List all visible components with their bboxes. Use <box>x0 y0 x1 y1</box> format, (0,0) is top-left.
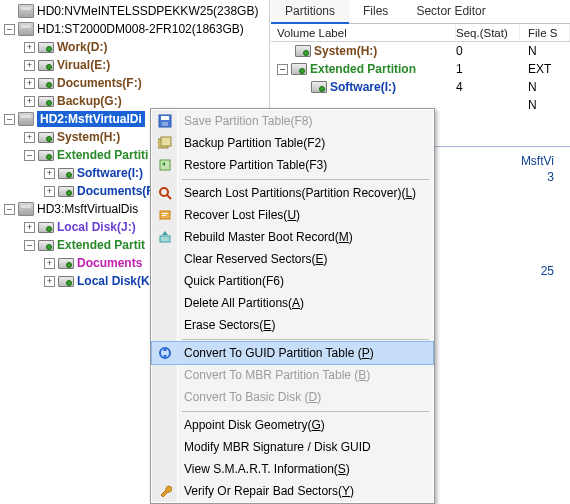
menu-label: Appoint Disk Geometry(G) <box>178 418 325 432</box>
menu-label: Convert To MBR Partition Table (B) <box>178 368 370 382</box>
disk-icon <box>18 202 34 216</box>
partition-label: Software(I:) <box>77 165 143 181</box>
menu-label: Save Partition Table(F8) <box>178 114 313 128</box>
grid-seq: 4 <box>456 80 520 94</box>
menu-recover-lost-files[interactable]: Recover Lost Files(U) <box>152 204 433 226</box>
svg-rect-4 <box>161 137 171 146</box>
partition-label: Extended Partit <box>57 237 145 253</box>
expand-toggle[interactable]: + <box>24 60 35 71</box>
collapse-toggle[interactable]: – <box>24 150 35 161</box>
collapse-toggle[interactable]: – <box>24 240 35 251</box>
grid-volume-label: System(H:) <box>314 44 377 58</box>
partition-icon <box>311 81 327 93</box>
tree-part-docs-f[interactable]: + Documents(F:) <box>2 74 269 92</box>
menu-label: Erase Sectors(E) <box>178 318 275 332</box>
col-volume-label[interactable]: Volume Label <box>271 24 456 41</box>
blank-icon <box>152 292 178 314</box>
menu-label: Recover Lost Files(U) <box>178 208 300 222</box>
menu-restore-partition-table[interactable]: Restore Partition Table(F3) <box>152 154 433 176</box>
partition-label: Documents <box>77 255 142 271</box>
menu-label: Modify MBR Signature / Disk GUID <box>178 440 371 454</box>
blank-icon <box>152 248 178 270</box>
grid-seq: 1 <box>456 62 520 76</box>
disk-label: HD3:MsftVirtualDis <box>37 201 138 217</box>
collapse-toggle[interactable]: – <box>4 114 15 125</box>
menu-verify-bad-sectors[interactable]: Verify Or Repair Bad Sectors(Y) <box>152 480 433 502</box>
tree-disk-hd1[interactable]: – HD1:ST2000DM008-2FR102(1863GB) <box>2 20 269 38</box>
expand-toggle[interactable]: + <box>24 78 35 89</box>
menu-label: Quick Partition(F6) <box>178 274 284 288</box>
menu-label: Convert To GUID Partition Table (P) <box>178 346 374 360</box>
partition-label: System(H:) <box>57 129 120 145</box>
search-icon <box>152 182 178 204</box>
disk-icon <box>18 112 34 126</box>
disk-label: HD0:NVMeINTELSSDPEKKW25(238GB) <box>37 3 258 19</box>
menu-convert-to-basic[interactable]: Convert To Basic Disk (D) <box>152 386 433 408</box>
expand-toggle[interactable]: + <box>44 258 55 269</box>
expand-toggle[interactable]: + <box>44 168 55 179</box>
menu-search-lost-partitions[interactable]: Search Lost Partitions(Partition Recover… <box>152 182 433 204</box>
grid-row-system-h[interactable]: System(H:) 0 N <box>271 42 570 60</box>
menu-view-smart[interactable]: View S.M.A.R.T. Information(S) <box>152 458 433 480</box>
collapse-toggle[interactable]: – <box>4 204 15 215</box>
menu-erase-sectors[interactable]: Erase Sectors(E) <box>152 314 433 336</box>
menu-rebuild-mbr[interactable]: Rebuild Master Boot Record(M) <box>152 226 433 248</box>
expand-toggle[interactable]: + <box>24 222 35 233</box>
menu-modify-mbr-signature[interactable]: Modify MBR Signature / Disk GUID <box>152 436 433 458</box>
blank-icon <box>152 314 178 336</box>
partition-icon <box>38 240 54 251</box>
svg-rect-1 <box>161 116 169 120</box>
col-seq-stat[interactable]: Seq.(Stat) <box>456 24 520 41</box>
expand-toggle[interactable]: + <box>24 132 35 143</box>
menu-convert-to-guid[interactable]: Convert To GUID Partition Table (P) <box>152 342 433 364</box>
blank-icon <box>152 364 178 386</box>
svg-rect-11 <box>160 236 170 242</box>
menu-label: Rebuild Master Boot Record(M) <box>178 230 353 244</box>
collapse-toggle[interactable]: – <box>4 24 15 35</box>
partition-label: Extended Partiti <box>57 147 148 163</box>
expand-toggle[interactable]: + <box>44 186 55 197</box>
tree-part-work-d[interactable]: + Work(D:) <box>2 38 269 56</box>
menu-label: Restore Partition Table(F3) <box>178 158 327 172</box>
disk-icon <box>18 22 34 36</box>
menu-clear-reserved-sectors[interactable]: Clear Reserved Sectors(E) <box>152 248 433 270</box>
menu-label: Clear Reserved Sectors(E) <box>178 252 327 266</box>
grid-row-extended[interactable]: – Extended Partition 1 EXT <box>271 60 570 78</box>
col-file-system[interactable]: File S <box>520 24 570 41</box>
disk-icon <box>18 4 34 18</box>
partition-label: Documents(F <box>77 183 154 199</box>
expand-toggle[interactable]: + <box>24 96 35 107</box>
menu-quick-partition[interactable]: Quick Partition(F6) <box>152 270 433 292</box>
tree-disk-hd0[interactable]: HD0:NVMeINTELSSDPEKKW25(238GB) <box>2 2 269 20</box>
menu-label: Verify Or Repair Bad Sectors(Y) <box>178 484 354 498</box>
tab-files[interactable]: Files <box>349 0 402 24</box>
partition-icon <box>38 78 54 89</box>
menu-delete-all-partitions[interactable]: Delete All Partitions(A) <box>152 292 433 314</box>
tab-sector-editor[interactable]: Sector Editor <box>402 0 499 24</box>
grid-row-software-i[interactable]: Software(I:) 4 N <box>271 78 570 96</box>
menu-label: Convert To Basic Disk (D) <box>178 390 321 404</box>
wrench-icon <box>152 480 178 502</box>
grid-file: N <box>520 98 570 112</box>
menu-appoint-disk-geometry[interactable]: Appoint Disk Geometry(G) <box>152 414 433 436</box>
partition-icon <box>58 258 74 269</box>
expand-toggle[interactable]: + <box>44 276 55 287</box>
menu-save-partition-table[interactable]: Save Partition Table(F8) <box>152 110 433 132</box>
partition-icon <box>291 63 307 75</box>
partition-icon <box>38 132 54 143</box>
grid-file: EXT <box>520 62 570 76</box>
grid-file: N <box>520 80 570 94</box>
menu-label: Search Lost Partitions(Partition Recover… <box>178 186 416 200</box>
collapse-toggle[interactable]: – <box>277 64 288 75</box>
expand-toggle[interactable]: + <box>24 42 35 53</box>
tab-partitions[interactable]: Partitions <box>271 0 349 24</box>
svg-rect-10 <box>162 215 166 216</box>
menu-convert-to-mbr[interactable]: Convert To MBR Partition Table (B) <box>152 364 433 386</box>
backup-icon <box>152 132 178 154</box>
partition-label: Local Disk(K <box>77 273 150 289</box>
grid-volume-label: Software(I:) <box>330 80 396 94</box>
menu-backup-partition-table[interactable]: Backup Partition Table(F2) <box>152 132 433 154</box>
partition-label: Backup(G:) <box>57 93 122 109</box>
tree-part-virtual-e[interactable]: + Virual(E:) <box>2 56 269 74</box>
blank-icon <box>152 386 178 408</box>
